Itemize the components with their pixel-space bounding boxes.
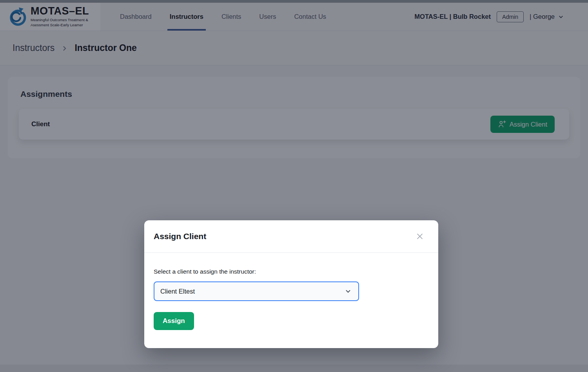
assign-client-modal: Assign Client Select a client to assign … — [144, 220, 438, 348]
assign-submit-button[interactable]: Assign — [154, 312, 194, 330]
client-select-value: Client Eltest — [160, 288, 195, 295]
client-select-dropdown[interactable]: Client Eltest — [154, 281, 359, 301]
close-icon — [416, 232, 424, 240]
modal-close-button[interactable] — [414, 231, 425, 242]
chevron-down-icon — [345, 288, 351, 294]
modal-body: Select a client to assign the instructor… — [144, 253, 438, 339]
client-select-label: Select a client to assign the instructor… — [154, 268, 429, 275]
modal-title: Assign Client — [154, 232, 206, 241]
modal-header: Assign Client — [144, 220, 438, 253]
